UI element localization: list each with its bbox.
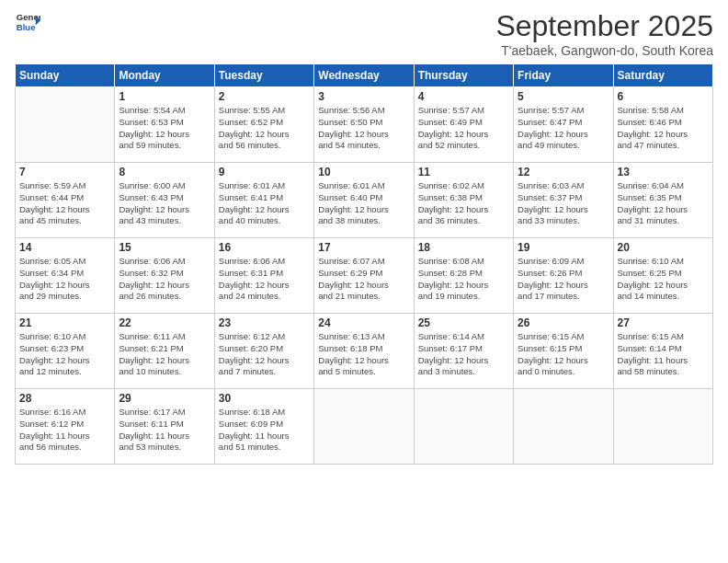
calendar-cell: 6Sunrise: 5:58 AM Sunset: 6:46 PM Daylig… xyxy=(613,87,712,163)
day-info: Sunrise: 5:56 AM Sunset: 6:50 PM Dayligh… xyxy=(318,105,409,152)
day-info: Sunrise: 6:10 AM Sunset: 6:23 PM Dayligh… xyxy=(19,331,110,378)
calendar-cell: 22Sunrise: 6:11 AM Sunset: 6:21 PM Dayli… xyxy=(115,314,214,389)
day-info: Sunrise: 6:06 AM Sunset: 6:31 PM Dayligh… xyxy=(219,256,310,303)
calendar-cell: 25Sunrise: 6:14 AM Sunset: 6:17 PM Dayli… xyxy=(414,314,513,389)
day-number: 21 xyxy=(19,316,110,329)
calendar-cell: 18Sunrise: 6:08 AM Sunset: 6:28 PM Dayli… xyxy=(414,238,513,314)
day-number: 29 xyxy=(119,392,210,405)
calendar-cell: 9Sunrise: 6:01 AM Sunset: 6:41 PM Daylig… xyxy=(214,163,313,238)
day-info: Sunrise: 6:08 AM Sunset: 6:28 PM Dayligh… xyxy=(418,256,509,303)
calendar-cell: 24Sunrise: 6:13 AM Sunset: 6:18 PM Dayli… xyxy=(314,314,414,389)
day-number: 19 xyxy=(518,241,609,254)
day-number: 22 xyxy=(119,316,210,329)
calendar-cell xyxy=(16,87,115,163)
day-info: Sunrise: 6:13 AM Sunset: 6:18 PM Dayligh… xyxy=(318,331,409,378)
day-number: 13 xyxy=(618,166,709,178)
day-number: 6 xyxy=(618,90,709,103)
day-number: 2 xyxy=(219,90,310,103)
day-info: Sunrise: 6:15 AM Sunset: 6:15 PM Dayligh… xyxy=(518,331,609,378)
week-row-2: 14Sunrise: 6:05 AM Sunset: 6:34 PM Dayli… xyxy=(16,238,713,314)
day-number: 8 xyxy=(119,166,210,178)
calendar-cell: 30Sunrise: 6:18 AM Sunset: 6:09 PM Dayli… xyxy=(214,389,313,465)
day-number: 5 xyxy=(518,90,609,103)
day-number: 26 xyxy=(518,316,609,329)
calendar-cell: 10Sunrise: 6:01 AM Sunset: 6:40 PM Dayli… xyxy=(314,163,414,238)
header: General Blue September 2025 T'aebaek, Ga… xyxy=(15,9,713,58)
day-info: Sunrise: 6:01 AM Sunset: 6:40 PM Dayligh… xyxy=(318,180,409,227)
col-header-sunday: Sunday xyxy=(16,64,115,87)
day-number: 30 xyxy=(219,392,310,405)
day-info: Sunrise: 5:55 AM Sunset: 6:52 PM Dayligh… xyxy=(219,105,310,152)
day-info: Sunrise: 6:06 AM Sunset: 6:32 PM Dayligh… xyxy=(119,256,210,303)
day-info: Sunrise: 5:57 AM Sunset: 6:49 PM Dayligh… xyxy=(418,105,509,152)
col-header-wednesday: Wednesday xyxy=(314,64,414,87)
calendar-cell: 26Sunrise: 6:15 AM Sunset: 6:15 PM Dayli… xyxy=(514,314,613,389)
day-info: Sunrise: 6:18 AM Sunset: 6:09 PM Dayligh… xyxy=(219,407,310,454)
day-info: Sunrise: 6:15 AM Sunset: 6:14 PM Dayligh… xyxy=(618,331,709,378)
calendar-cell xyxy=(514,389,613,465)
day-info: Sunrise: 6:16 AM Sunset: 6:12 PM Dayligh… xyxy=(19,407,110,454)
calendar-cell: 21Sunrise: 6:10 AM Sunset: 6:23 PM Dayli… xyxy=(16,314,115,389)
calendar-cell: 20Sunrise: 6:10 AM Sunset: 6:25 PM Dayli… xyxy=(613,238,712,314)
calendar-cell: 1Sunrise: 5:54 AM Sunset: 6:53 PM Daylig… xyxy=(115,87,214,163)
month-title: September 2025 xyxy=(495,9,713,43)
day-number: 7 xyxy=(19,166,110,178)
day-info: Sunrise: 6:03 AM Sunset: 6:37 PM Dayligh… xyxy=(518,180,609,227)
day-number: 27 xyxy=(618,316,709,329)
calendar-cell: 28Sunrise: 6:16 AM Sunset: 6:12 PM Dayli… xyxy=(16,389,115,465)
calendar-cell: 12Sunrise: 6:03 AM Sunset: 6:37 PM Dayli… xyxy=(514,163,613,238)
calendar-cell: 19Sunrise: 6:09 AM Sunset: 6:26 PM Dayli… xyxy=(514,238,613,314)
page: General Blue September 2025 T'aebaek, Ga… xyxy=(0,0,728,563)
logo-icon: General Blue xyxy=(15,9,40,35)
day-number: 20 xyxy=(618,241,709,254)
calendar-cell: 27Sunrise: 6:15 AM Sunset: 6:14 PM Dayli… xyxy=(613,314,712,389)
calendar-cell: 4Sunrise: 5:57 AM Sunset: 6:49 PM Daylig… xyxy=(414,87,513,163)
col-header-friday: Friday xyxy=(514,64,613,87)
calendar-cell xyxy=(613,389,712,465)
day-info: Sunrise: 6:05 AM Sunset: 6:34 PM Dayligh… xyxy=(19,256,110,303)
day-info: Sunrise: 6:14 AM Sunset: 6:17 PM Dayligh… xyxy=(418,331,509,378)
day-info: Sunrise: 6:09 AM Sunset: 6:26 PM Dayligh… xyxy=(518,256,609,303)
calendar-cell: 7Sunrise: 5:59 AM Sunset: 6:44 PM Daylig… xyxy=(16,163,115,238)
day-number: 17 xyxy=(318,241,409,254)
day-number: 9 xyxy=(219,166,310,178)
calendar-cell: 13Sunrise: 6:04 AM Sunset: 6:35 PM Dayli… xyxy=(613,163,712,238)
calendar-cell: 11Sunrise: 6:02 AM Sunset: 6:38 PM Dayli… xyxy=(414,163,513,238)
day-info: Sunrise: 5:54 AM Sunset: 6:53 PM Dayligh… xyxy=(119,105,210,152)
day-number: 10 xyxy=(318,166,409,178)
day-info: Sunrise: 6:00 AM Sunset: 6:43 PM Dayligh… xyxy=(119,180,210,227)
calendar-cell: 5Sunrise: 5:57 AM Sunset: 6:47 PM Daylig… xyxy=(514,87,613,163)
day-info: Sunrise: 5:59 AM Sunset: 6:44 PM Dayligh… xyxy=(19,180,110,227)
day-info: Sunrise: 6:11 AM Sunset: 6:21 PM Dayligh… xyxy=(119,331,210,378)
day-number: 11 xyxy=(418,166,509,178)
calendar-cell: 17Sunrise: 6:07 AM Sunset: 6:29 PM Dayli… xyxy=(314,238,414,314)
day-info: Sunrise: 6:17 AM Sunset: 6:11 PM Dayligh… xyxy=(119,407,210,454)
calendar-cell xyxy=(314,389,414,465)
day-info: Sunrise: 6:12 AM Sunset: 6:20 PM Dayligh… xyxy=(219,331,310,378)
day-info: Sunrise: 6:01 AM Sunset: 6:41 PM Dayligh… xyxy=(219,180,310,227)
day-number: 28 xyxy=(19,392,110,405)
day-number: 3 xyxy=(318,90,409,103)
logo: General Blue xyxy=(15,9,40,35)
calendar-cell xyxy=(414,389,513,465)
week-row-1: 7Sunrise: 5:59 AM Sunset: 6:44 PM Daylig… xyxy=(16,163,713,238)
calendar-cell: 16Sunrise: 6:06 AM Sunset: 6:31 PM Dayli… xyxy=(214,238,313,314)
day-number: 14 xyxy=(19,241,110,254)
calendar-cell: 8Sunrise: 6:00 AM Sunset: 6:43 PM Daylig… xyxy=(115,163,214,238)
calendar-cell: 14Sunrise: 6:05 AM Sunset: 6:34 PM Dayli… xyxy=(16,238,115,314)
week-row-0: 1Sunrise: 5:54 AM Sunset: 6:53 PM Daylig… xyxy=(16,87,713,163)
col-header-saturday: Saturday xyxy=(613,64,712,87)
calendar-cell: 3Sunrise: 5:56 AM Sunset: 6:50 PM Daylig… xyxy=(314,87,414,163)
title-block: September 2025 T'aebaek, Gangwon-do, Sou… xyxy=(495,9,713,58)
week-row-3: 21Sunrise: 6:10 AM Sunset: 6:23 PM Dayli… xyxy=(16,314,713,389)
svg-text:Blue: Blue xyxy=(17,22,36,32)
week-row-4: 28Sunrise: 6:16 AM Sunset: 6:12 PM Dayli… xyxy=(16,389,713,465)
calendar-cell: 15Sunrise: 6:06 AM Sunset: 6:32 PM Dayli… xyxy=(115,238,214,314)
day-number: 12 xyxy=(518,166,609,178)
day-info: Sunrise: 6:10 AM Sunset: 6:25 PM Dayligh… xyxy=(618,256,709,303)
day-info: Sunrise: 6:04 AM Sunset: 6:35 PM Dayligh… xyxy=(618,180,709,227)
calendar-cell: 23Sunrise: 6:12 AM Sunset: 6:20 PM Dayli… xyxy=(214,314,313,389)
calendar-cell: 2Sunrise: 5:55 AM Sunset: 6:52 PM Daylig… xyxy=(214,87,313,163)
day-number: 25 xyxy=(418,316,509,329)
day-number: 15 xyxy=(119,241,210,254)
